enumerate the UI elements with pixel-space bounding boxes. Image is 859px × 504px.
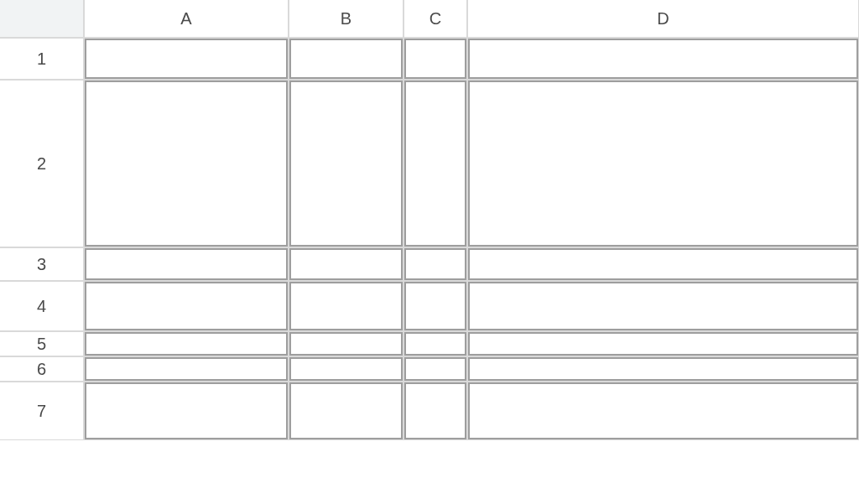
cell-A5[interactable] — [84, 331, 289, 356]
cell-C4[interactable] — [403, 281, 467, 331]
cell-B4[interactable] — [289, 281, 403, 331]
column-header-B[interactable]: B — [289, 0, 403, 38]
cell-C1[interactable] — [403, 38, 467, 80]
cell-D7[interactable] — [467, 382, 859, 440]
cell-A2[interactable] — [84, 80, 289, 247]
row-header-7[interactable]: 7 — [0, 382, 84, 440]
cell-A4[interactable] — [84, 281, 289, 331]
cell-B3[interactable] — [289, 247, 403, 281]
cell-A6[interactable] — [84, 356, 289, 382]
cell-C6[interactable] — [403, 356, 467, 382]
spreadsheet-grid[interactable]: A B C D 1 2 3 4 5 6 7 — [0, 0, 859, 440]
cell-D4[interactable] — [467, 281, 859, 331]
cell-D5[interactable] — [467, 331, 859, 356]
row-header-5[interactable]: 5 — [0, 331, 84, 356]
cell-D6[interactable] — [467, 356, 859, 382]
row-header-6[interactable]: 6 — [0, 356, 84, 382]
cell-A7[interactable] — [84, 382, 289, 440]
cell-B7[interactable] — [289, 382, 403, 440]
cell-C3[interactable] — [403, 247, 467, 281]
cell-B5[interactable] — [289, 331, 403, 356]
column-header-D[interactable]: D — [467, 0, 859, 38]
cell-D1[interactable] — [467, 38, 859, 80]
cell-D2[interactable] — [467, 80, 859, 247]
column-header-A[interactable]: A — [84, 0, 289, 38]
cell-C5[interactable] — [403, 331, 467, 356]
column-header-C[interactable]: C — [403, 0, 467, 38]
cell-A1[interactable] — [84, 38, 289, 80]
cell-C7[interactable] — [403, 382, 467, 440]
cell-B1[interactable] — [289, 38, 403, 80]
cell-D3[interactable] — [467, 247, 859, 281]
row-header-4[interactable]: 4 — [0, 281, 84, 331]
row-header-1[interactable]: 1 — [0, 38, 84, 80]
select-all-corner[interactable] — [0, 0, 84, 38]
cell-C2[interactable] — [403, 80, 467, 247]
row-header-3[interactable]: 3 — [0, 247, 84, 281]
cell-B2[interactable] — [289, 80, 403, 247]
cell-A3[interactable] — [84, 247, 289, 281]
row-header-2[interactable]: 2 — [0, 80, 84, 247]
cell-B6[interactable] — [289, 356, 403, 382]
